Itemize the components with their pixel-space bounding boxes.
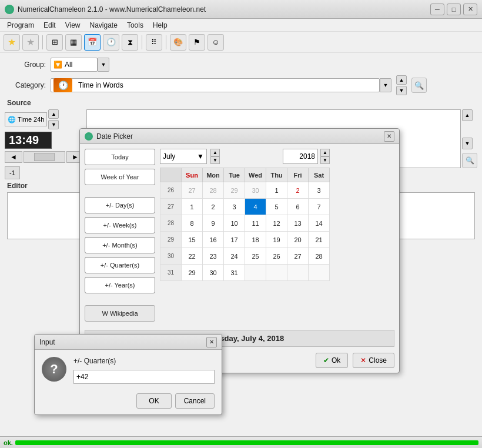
calendar-area: July ▼ ▲ ▼ 2018 ▲ ▼ [160, 149, 330, 322]
calendar-day[interactable]: 6 [287, 199, 309, 215]
calendar-day[interactable]: 5 [266, 199, 287, 215]
calendar-day[interactable]: 14 [309, 215, 330, 232]
calendar-day[interactable]: 15 [182, 232, 203, 248]
year-input[interactable]: 2018 [283, 149, 318, 164]
calendar-day[interactable]: 13 [287, 215, 309, 232]
menu-view[interactable]: View [61, 20, 85, 31]
year-up-btn[interactable]: ▲ [320, 149, 330, 156]
today-button[interactable]: Today [85, 149, 155, 165]
input-dialog-field[interactable] [73, 370, 215, 384]
face-tool-icon[interactable]: ☺ [207, 34, 224, 51]
calendar-day[interactable]: 30 [203, 265, 224, 281]
calculator-icon[interactable]: ▦ [65, 34, 82, 51]
calendar-day[interactable]: 2 [203, 199, 224, 215]
week-num: 29 [160, 232, 182, 248]
calendar-day[interactable]: 24 [224, 248, 245, 265]
calendar-day[interactable]: 19 [266, 232, 287, 248]
calendar-day[interactable]: 18 [245, 232, 266, 248]
clock-icon[interactable]: 🕐 [103, 34, 119, 51]
color-palette-icon[interactable]: 🎨 [170, 34, 186, 51]
time-slider[interactable] [24, 151, 65, 163]
datepicker-close-btn[interactable]: ✕ [384, 131, 394, 142]
menu-help[interactable]: Help [148, 20, 172, 31]
month-up-btn[interactable]: ▲ [210, 149, 220, 156]
month-select[interactable]: July ▼ [160, 149, 207, 164]
category-dropdown-btn[interactable]: ▼ [380, 78, 391, 92]
menu-tools[interactable]: Tools [122, 20, 148, 31]
calendar-day[interactable]: 4 [245, 199, 266, 215]
plus-minus-days-button[interactable]: +/- Day(s) [85, 197, 155, 213]
calendar-day[interactable]: 2 [287, 182, 309, 199]
star-yellow-icon[interactable]: ★ [4, 34, 20, 51]
category-scroll-down[interactable]: ▼ [396, 86, 407, 95]
month-down-btn[interactable]: ▼ [210, 156, 220, 164]
title-bar: NumericalChameleon 2.1.0 - www.Numerical… [0, 0, 482, 19]
dots-icon[interactable]: ⠿ [146, 34, 162, 51]
calendar-day[interactable]: 10 [224, 215, 245, 232]
minus-one-btn[interactable]: -1 [5, 166, 20, 179]
calendar-day[interactable]: 7 [309, 199, 330, 215]
calendar-day[interactable]: 25 [245, 248, 266, 265]
calendar-day[interactable]: 12 [266, 215, 287, 232]
calendar-day[interactable]: 27 [182, 182, 203, 199]
result-search-btn[interactable]: 🔍 [462, 153, 477, 168]
star-gray-icon[interactable]: ★ [22, 34, 39, 51]
year-down-btn[interactable]: ▼ [320, 156, 330, 164]
maximize-button[interactable]: □ [447, 4, 461, 15]
calendar-day[interactable]: 1 [182, 199, 203, 215]
close-button[interactable]: ✕ [463, 4, 477, 15]
result-scroll-down[interactable]: ▼ [462, 138, 473, 149]
week-of-year-button[interactable]: Week of Year [85, 169, 155, 185]
result-scroll-up[interactable]: ▲ [462, 109, 473, 121]
input-cancel-button[interactable]: Cancel [175, 393, 215, 409]
category-search-btn[interactable]: 🔍 [411, 78, 427, 93]
calendar-day[interactable]: 29 [224, 182, 245, 199]
source-scroll-down[interactable]: ▼ [48, 120, 59, 129]
calendar-day[interactable]: 31 [224, 265, 245, 281]
input-dialog-close-btn[interactable]: ✕ [206, 337, 217, 347]
calendar-day[interactable]: 3 [224, 199, 245, 215]
calendar-day[interactable]: 22 [182, 248, 203, 265]
menu-bar: Program Edit View Navigate Tools Help [0, 19, 482, 32]
category-select[interactable]: 🕐 Time in Words [51, 78, 380, 92]
calendar-day[interactable]: 20 [287, 232, 309, 248]
calendar-day[interactable]: 1 [266, 182, 287, 199]
menu-navigate[interactable]: Navigate [85, 20, 122, 31]
input-ok-button[interactable]: OK [136, 393, 171, 409]
minimize-button[interactable]: ─ [430, 4, 444, 15]
plus-minus-quarters-button[interactable]: +/- Quarter(s) [85, 257, 155, 273]
calendar-day[interactable]: 3 [309, 182, 330, 199]
calendar-day[interactable]: 11 [245, 215, 266, 232]
calendar-day[interactable]: 23 [203, 248, 224, 265]
group-dropdown-btn[interactable]: ▼ [98, 58, 109, 72]
status-progress-bar [15, 440, 478, 445]
calendar-day[interactable]: 29 [182, 265, 203, 281]
flag-tool-icon[interactable]: ⚑ [189, 34, 205, 51]
calendar-icon[interactable]: 📅 [84, 34, 101, 51]
datepicker-close-dialog-button[interactable]: ✕ Close [353, 353, 394, 368]
source-scroll-up[interactable]: ▲ [48, 109, 59, 119]
calendar-day[interactable]: 30 [245, 182, 266, 199]
calendar-day[interactable]: 17 [224, 232, 245, 248]
calendar-day[interactable]: 28 [203, 182, 224, 199]
calendar-day[interactable]: 9 [203, 215, 224, 232]
time-scroll-left[interactable]: ◄ [5, 151, 22, 163]
calendar-day[interactable]: 28 [309, 248, 330, 265]
category-scroll-up[interactable]: ▲ [396, 75, 407, 85]
wikipedia-button[interactable]: W Wikipedia [85, 305, 155, 322]
menu-edit[interactable]: Edit [39, 20, 61, 31]
menu-program[interactable]: Program [2, 20, 39, 31]
calendar-day[interactable]: 21 [309, 232, 330, 248]
table-icon[interactable]: ⊞ [46, 34, 63, 51]
calendar-day[interactable]: 16 [203, 232, 224, 248]
calendar-day[interactable]: 27 [287, 248, 309, 265]
calendar-day[interactable]: 26 [266, 248, 287, 265]
source-selector[interactable]: 🌐 Time 24h [5, 112, 47, 126]
plus-minus-years-button[interactable]: +/- Year(s) [85, 277, 155, 293]
group-select[interactable]: 🔽 All [51, 58, 98, 72]
plus-minus-weeks-button[interactable]: +/- Week(s) [85, 217, 155, 233]
datepicker-ok-button[interactable]: ✔ Ok [316, 353, 348, 368]
calendar-day[interactable]: 8 [182, 215, 203, 232]
timer-icon[interactable]: ⧗ [122, 34, 138, 51]
plus-minus-months-button[interactable]: +/- Month(s) [85, 237, 155, 253]
